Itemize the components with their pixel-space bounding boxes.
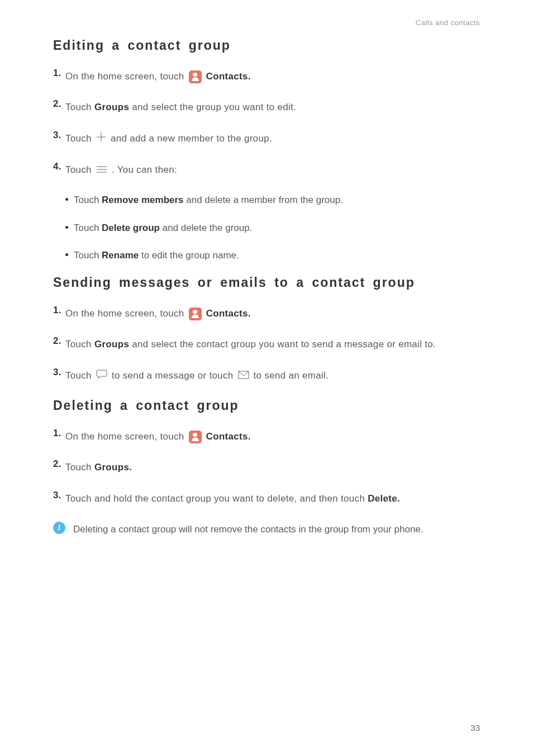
sending-step-3: 3. Touch to send a message or touch to s… (53, 367, 480, 385)
step-text: Touch (65, 370, 94, 381)
deleting-step-2: 2. Touch Groups. (53, 459, 480, 476)
step-number: 1. (53, 68, 65, 79)
menu-icon (96, 162, 107, 179)
groups-label: Groups (94, 102, 129, 112)
step-text: to send an email. (254, 370, 329, 381)
email-icon (238, 367, 249, 385)
heading-editing: Editing a contact group (53, 38, 480, 53)
rename-label: Rename (102, 250, 139, 261)
step-number: 2. (53, 336, 65, 347)
bullet-text: Touch (74, 250, 102, 261)
bullet-text: and delete the group. (160, 223, 252, 233)
bullet-icon (65, 226, 68, 229)
step-text: to send a message or touch (112, 370, 236, 381)
bullet-icon (65, 198, 68, 201)
step-number: 3. (53, 130, 65, 141)
contacts-icon (189, 308, 202, 320)
heading-sending: Sending messages or emails to a contact … (53, 275, 480, 290)
contacts-icon (189, 431, 202, 443)
bullet-icon (65, 253, 68, 256)
step-text: On the home screen, touch (65, 431, 187, 442)
editing-bullet-3: Touch Rename to edit the group name. (65, 248, 480, 263)
heading-deleting: Deleting a contact group (53, 398, 480, 413)
bullet-text: to edit the group name. (139, 250, 239, 261)
bullet-text: Touch (74, 223, 102, 233)
step-text: Touch and hold the contact group you wan… (65, 493, 368, 504)
contacts-label: Contacts (206, 431, 248, 442)
step-text: Touch (65, 164, 94, 175)
remove-members-label: Remove members (102, 195, 183, 205)
step-number: 2. (53, 98, 65, 110)
sending-step-1: 1. On the home screen, touch Contacts. (53, 305, 480, 322)
contacts-icon (189, 70, 202, 83)
step-text: Touch (65, 102, 94, 112)
contacts-label: Contacts (206, 308, 248, 319)
delete-group-label: Delete group (102, 223, 160, 233)
step-number: 2. (53, 459, 65, 470)
step-number: 1. (53, 305, 65, 316)
page-header: Calls and contacts (53, 18, 480, 27)
groups-label: Groups (94, 339, 129, 349)
editing-step-3: 3. Touch and add a new member to the gro… (53, 130, 480, 148)
delete-label: Delete (368, 493, 397, 504)
sending-step-2: 2. Touch Groups and select the contact g… (53, 336, 480, 353)
info-text: Deleting a contact group will not remove… (73, 521, 480, 538)
step-text: Touch (65, 339, 94, 349)
step-number: 3. (53, 367, 65, 378)
step-text: . You can then: (112, 164, 177, 175)
step-text: Touch (65, 133, 94, 144)
info-icon (53, 522, 65, 534)
editing-bullet-1: Touch Remove members and delete a member… (65, 192, 480, 207)
step-text: On the home screen, touch (65, 71, 187, 82)
info-note: Deleting a contact group will not remove… (53, 521, 480, 538)
editing-step-1: 1. On the home screen, touch Contacts. (53, 68, 480, 85)
step-number: 4. (53, 161, 65, 172)
step-number: 3. (53, 490, 65, 501)
contacts-label: Contacts (206, 71, 248, 82)
step-text: and select the group you want to edit. (129, 102, 296, 112)
editing-bullet-2: Touch Delete group and delete the group. (65, 220, 480, 235)
page-number: 33 (470, 723, 480, 733)
step-text: On the home screen, touch (65, 308, 187, 319)
editing-step-2: 2. Touch Groups and select the group you… (53, 98, 480, 116)
plus-icon (96, 130, 106, 148)
groups-label: Groups (94, 462, 129, 472)
step-text: Touch (65, 462, 94, 472)
bullet-text: Touch (74, 195, 102, 205)
bullet-text: and delete a member from the group. (184, 195, 343, 205)
step-number: 1. (53, 428, 65, 439)
step-text: and select the contact group you want to… (129, 339, 436, 349)
deleting-step-1: 1. On the home screen, touch Contacts. (53, 428, 480, 445)
editing-step-4: 4. Touch . You can then: (53, 161, 480, 179)
message-icon (96, 367, 107, 385)
deleting-step-3: 3. Touch and hold the contact group you … (53, 490, 480, 507)
step-text: and add a new member to the group. (111, 133, 272, 144)
